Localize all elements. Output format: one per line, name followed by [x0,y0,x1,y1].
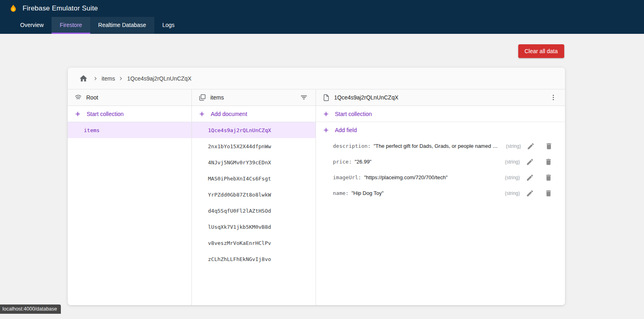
nav-tabs: Overview Firestore Realtime Database Log… [0,17,644,34]
root-column-title: Root [86,94,98,101]
delete-field-button[interactable] [543,172,554,183]
document-column-title: 1Qce4s9aj2rQLnUnCZqX [334,94,399,101]
plus-icon [322,110,330,118]
document-row[interactable]: YrPZdd0Gb87Zt8o8lwkW [192,186,316,203]
chevron-right-icon [92,75,99,82]
field-key: price: [333,159,352,165]
add-document-label: Add document [211,111,247,117]
document-row[interactable]: 1Qce4s9aj2rQLnUnCZqX [192,122,316,138]
collection-icon [198,93,206,102]
add-field-button[interactable]: Add field [316,122,565,138]
home-icon[interactable] [77,72,89,85]
document-menu-button[interactable] [547,91,559,104]
field-row-imageUrl: imageUrl: "https://placeimg.com/720/700/… [316,170,565,185]
field-key: imageUrl: [333,174,361,180]
tab-realtime-database[interactable]: Realtime Database [90,17,154,34]
field-type: (string) [505,159,520,165]
field-type: (string) [505,175,520,180]
tab-logs[interactable]: Logs [154,17,183,34]
collection-column-title: items [210,94,224,101]
breadcrumb: items 1Qce4s9aj2rQLnUnCZqX [68,68,565,89]
document-row[interactable]: zCLhZhLLFhEkNGvIj8vo [192,251,316,267]
collection-column-header: items [192,89,316,106]
add-document-button[interactable]: Add document [192,106,316,122]
root-column: Root Start collection items [68,89,192,305]
field-value: "The perfect gift for Dads, Grads, or pe… [374,143,499,149]
document-row[interactable]: 4NJvj5NGMv0rY39cEDnX [192,154,316,170]
document-row[interactable]: MAS0iPhebXnI4Cs6Fsgt [192,170,316,186]
main-content: Clear all data items 1Qce4s9aj2rQLnUnCZq… [0,34,644,305]
delete-field-button[interactable] [543,157,554,167]
edit-field-button[interactable] [525,157,535,167]
document-column: 1Qce4s9aj2rQLnUnCZqX Start collection [316,89,565,305]
field-value: "Hip Dog Toy" [351,190,384,196]
field-key: name: [333,190,349,196]
field-value: "26.99" [355,159,372,165]
firestore-panel: items 1Qce4s9aj2rQLnUnCZqX Root [68,68,565,305]
field-row-price: price: "26.99" (string) [316,154,565,170]
edit-field-button[interactable] [525,172,535,183]
start-collection-label: Start collection [87,111,124,117]
delete-field-button[interactable] [544,141,554,151]
app-title: Firebase Emulator Suite [23,4,98,12]
breadcrumb-document: 1Qce4s9aj2rQLnUnCZqX [127,75,191,82]
field-row-description: description: "The perfect gift for Dads,… [316,138,565,154]
edit-field-button[interactable] [525,188,535,199]
field-type: (string) [506,143,521,149]
tab-overview[interactable]: Overview [12,17,52,34]
plus-icon [322,126,330,134]
breadcrumb-collection[interactable]: items [102,75,115,82]
firestore-columns: Root Start collection items [68,89,565,305]
collection-row-items[interactable]: items [68,122,191,138]
collection-column: items Add document 1Qce4s9aj2rQLnUnCZqX [192,89,316,305]
firebase-logo-icon [9,4,18,13]
root-icon [74,93,82,102]
plus-icon [74,110,81,118]
app-header: Firebase Emulator Suite Overview Firesto… [0,0,644,34]
field-row-name: name: "Hip Dog Toy" (string) [316,185,565,201]
plus-icon [198,110,206,118]
doc-start-collection-button[interactable]: Start collection [316,106,565,122]
start-collection-button[interactable]: Start collection [68,106,191,122]
chevron-right-icon [118,75,124,82]
document-column-header: 1Qce4s9aj2rQLnUnCZqX [316,89,565,106]
root-column-header: Root [68,89,191,106]
document-row[interactable]: lUsqXk7V1jkb5KM0vB8d [192,219,316,235]
edit-field-button[interactable] [526,141,536,151]
field-value: "https://placeimg.com/720/700/tech" [364,174,447,180]
field-key: description: [333,143,371,149]
document-row[interactable]: v8veszMrVoKaEnrHClPv [192,235,316,251]
clear-all-data-button[interactable]: Clear all data [518,44,565,58]
toolbar: Clear all data [0,34,644,68]
doc-start-collection-label: Start collection [335,111,372,117]
filter-documents-button[interactable] [298,91,310,104]
document-row[interactable]: 2nx1bYo15X2X44dfpnWw [192,138,316,154]
document-icon [322,94,330,102]
field-type: (string) [505,191,520,196]
document-row[interactable]: d4q5SqfU0Fl2lAZtHSOd [192,203,316,219]
tab-firestore[interactable]: Firestore [52,17,90,34]
status-bubble: localhost:4000/database [0,304,61,314]
delete-field-button[interactable] [543,188,554,199]
add-field-label: Add field [335,127,357,133]
title-bar: Firebase Emulator Suite [0,0,644,17]
